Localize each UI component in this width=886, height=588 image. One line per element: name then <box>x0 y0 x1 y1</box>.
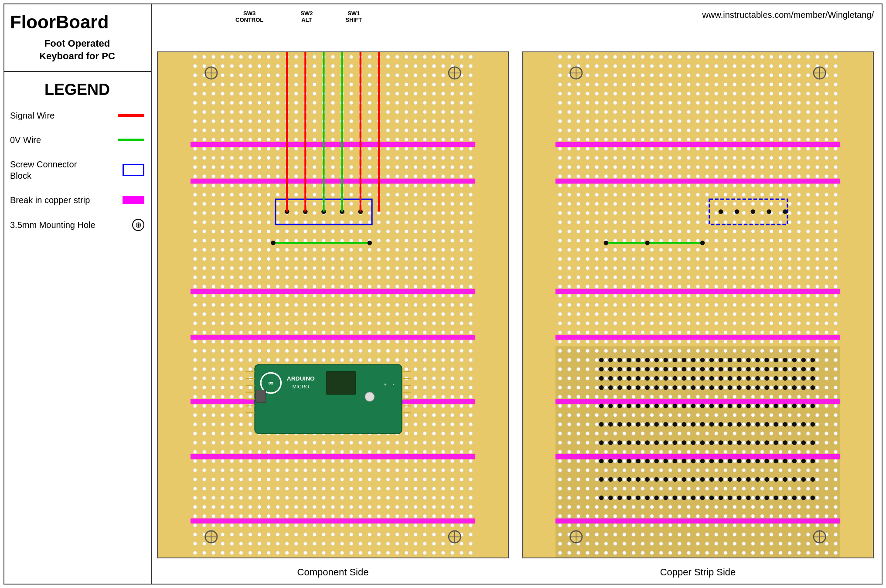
legend-copper-indicator <box>123 196 144 204</box>
svg-point-199 <box>673 404 678 408</box>
svg-point-313 <box>617 496 622 500</box>
svg-point-226 <box>700 422 705 427</box>
svg-point-334 <box>811 496 815 500</box>
svg-point-210 <box>774 404 778 408</box>
svg-point-110 <box>737 358 742 363</box>
svg-point-121 <box>617 367 622 372</box>
svg-point-307 <box>783 477 787 482</box>
svg-point-333 <box>801 496 806 500</box>
svg-point-246 <box>663 440 668 445</box>
svg-point-235 <box>783 422 787 427</box>
svg-point-290 <box>627 477 631 482</box>
svg-point-208 <box>755 404 760 408</box>
svg-point-173 <box>654 385 659 390</box>
component-stripboard: holes would be here <box>157 51 509 558</box>
svg-point-119 <box>599 367 604 372</box>
svg-point-138 <box>774 367 778 372</box>
svg-point-171 <box>636 385 641 390</box>
svg-point-107 <box>709 358 714 363</box>
svg-point-200 <box>682 404 687 408</box>
copper-board-svg <box>523 52 873 557</box>
svg-point-207 <box>746 404 751 408</box>
svg-text:MICRO: MICRO <box>292 384 309 389</box>
svg-rect-10 <box>191 518 475 523</box>
svg-point-92 <box>604 241 609 245</box>
legend-gnd-label: 0V Wire <box>10 134 114 146</box>
svg-point-168 <box>608 385 613 390</box>
svg-point-129 <box>691 367 696 372</box>
svg-point-251 <box>709 440 714 445</box>
svg-point-97 <box>617 358 622 363</box>
svg-text:+: + <box>383 381 386 387</box>
svg-point-303 <box>746 477 751 482</box>
svg-point-319 <box>673 496 678 500</box>
svg-point-326 <box>737 496 742 500</box>
svg-point-105 <box>691 358 696 363</box>
svg-rect-6 <box>191 289 475 294</box>
svg-point-250 <box>700 440 705 445</box>
svg-point-325 <box>728 496 733 500</box>
svg-point-104 <box>682 358 687 363</box>
svg-point-128 <box>682 367 687 372</box>
svg-point-145 <box>617 376 622 381</box>
svg-point-163 <box>783 376 787 381</box>
svg-point-278 <box>737 459 742 463</box>
svg-point-231 <box>746 422 751 427</box>
svg-point-244 <box>645 440 650 445</box>
svg-point-177 <box>691 385 696 390</box>
svg-point-154 <box>700 376 705 381</box>
svg-point-304 <box>755 477 760 482</box>
svg-point-330 <box>774 496 778 500</box>
title-section: FloorBoard Foot OperatedKeyboard for PC <box>3 3 151 72</box>
component-side-label: Component Side <box>157 567 509 578</box>
svg-point-291 <box>636 477 641 482</box>
svg-point-227 <box>709 422 714 427</box>
svg-point-126 <box>663 367 668 372</box>
svg-point-320 <box>682 496 687 500</box>
svg-point-287 <box>599 477 604 482</box>
svg-point-127 <box>673 367 678 372</box>
svg-point-315 <box>636 496 641 500</box>
svg-point-243 <box>636 440 641 445</box>
svg-rect-4 <box>191 142 475 147</box>
svg-point-180 <box>719 385 723 390</box>
svg-point-37 <box>368 241 372 245</box>
svg-point-149 <box>654 376 659 381</box>
svg-rect-63 <box>555 52 840 346</box>
svg-rect-5 <box>191 179 475 184</box>
svg-point-176 <box>682 385 687 390</box>
legend-screw-label: Screw ConnectorBlock <box>10 159 118 181</box>
left-panel: FloorBoard Foot OperatedKeyboard for PC … <box>3 3 152 585</box>
svg-point-273 <box>691 459 696 463</box>
svg-point-288 <box>608 477 613 482</box>
svg-point-230 <box>737 422 742 427</box>
svg-point-277 <box>728 459 733 463</box>
svg-point-202 <box>700 404 705 408</box>
svg-point-214 <box>811 404 815 408</box>
svg-point-197 <box>654 404 659 408</box>
svg-point-216 <box>608 422 613 427</box>
svg-point-215 <box>599 422 604 427</box>
svg-point-323 <box>709 496 714 500</box>
svg-rect-68 <box>555 289 840 294</box>
svg-point-257 <box>764 440 769 445</box>
svg-point-233 <box>764 422 769 427</box>
svg-point-268 <box>645 459 650 463</box>
svg-point-170 <box>627 385 631 390</box>
svg-point-252 <box>719 440 723 445</box>
svg-point-225 <box>691 422 696 427</box>
component-board-svg: holes would be here <box>158 52 508 557</box>
svg-point-218 <box>627 422 631 427</box>
svg-point-172 <box>645 385 650 390</box>
svg-point-255 <box>746 440 751 445</box>
svg-point-301 <box>728 477 733 482</box>
svg-point-217 <box>617 422 622 427</box>
svg-point-93 <box>645 241 650 245</box>
svg-point-266 <box>627 459 631 463</box>
svg-point-111 <box>746 358 751 363</box>
svg-point-184 <box>755 385 760 390</box>
svg-point-312 <box>608 496 613 500</box>
svg-point-100 <box>645 358 650 363</box>
svg-point-289 <box>617 477 622 482</box>
legend-signal-label: Signal Wire <box>10 110 114 121</box>
